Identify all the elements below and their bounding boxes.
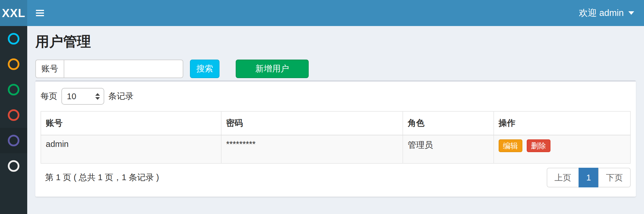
pagination-prev-button[interactable]: 上页 <box>547 168 579 187</box>
select-spinner-icon <box>95 93 100 100</box>
app-logo[interactable]: XXL <box>0 0 27 26</box>
delete-button[interactable]: 删除 <box>527 139 550 152</box>
cell-account: admin <box>41 135 221 163</box>
circle-icon <box>8 58 19 70</box>
pagination-page-1-button[interactable]: 1 <box>579 168 599 187</box>
table-footer: 第 1 页 ( 总共 1 页，1 条记录 ) 上页 1 下页 <box>41 168 631 187</box>
header-actions: 操作 <box>494 111 630 135</box>
header-role: 角色 <box>403 111 494 135</box>
circle-icon <box>8 33 19 45</box>
caret-down-icon <box>628 11 634 15</box>
sidebar-toggle-button[interactable] <box>27 0 53 26</box>
hamburger-icon <box>36 8 44 18</box>
account-label: 账号 <box>35 60 64 78</box>
page-length-row: 每页 10 条记录 <box>41 88 631 105</box>
add-user-button[interactable]: 新增用户 <box>236 60 309 78</box>
user-menu[interactable]: 欢迎 admin <box>569 0 644 26</box>
header-account: 账号 <box>41 111 221 135</box>
sidebar <box>0 26 27 214</box>
cell-role: 管理员 <box>403 135 494 163</box>
pagination-info: 第 1 页 ( 总共 1 页，1 条记录 ) <box>41 172 159 183</box>
table-header-row: 账号 密码 角色 操作 <box>41 111 630 135</box>
sidebar-item-2[interactable] <box>0 51 27 77</box>
sidebar-item-1[interactable] <box>0 26 27 51</box>
pagination-next-button[interactable]: 下页 <box>598 168 631 187</box>
circle-icon <box>8 160 19 172</box>
users-table: 账号 密码 角色 操作 admin ********* 管理员 编辑 删除 <box>41 111 631 164</box>
top-navbar: XXL 欢迎 admin <box>0 0 644 26</box>
table-panel: 每页 10 条记录 账号 密码 角色 操作 admin <box>35 80 636 197</box>
page-title: 用户管理 <box>35 34 636 49</box>
circle-icon <box>8 109 19 121</box>
sidebar-item-6[interactable] <box>0 153 27 179</box>
sidebar-item-5[interactable] <box>0 128 27 153</box>
main-content: 用户管理 账号 搜索 新增用户 每页 10 条记录 账号 密码 <box>27 26 644 214</box>
sidebar-item-4[interactable] <box>0 102 27 128</box>
sidebar-item-3[interactable] <box>0 77 27 102</box>
search-button[interactable]: 搜索 <box>190 60 219 78</box>
account-input[interactable] <box>64 60 183 78</box>
table-row: admin ********* 管理员 编辑 删除 <box>41 135 630 163</box>
welcome-label: 欢迎 admin <box>579 7 624 19</box>
header-password: 密码 <box>221 111 403 135</box>
page-size-value: 10 <box>67 92 76 101</box>
page-size-select[interactable]: 10 <box>61 88 104 105</box>
search-toolbar: 账号 搜索 新增用户 <box>35 60 636 78</box>
account-input-group: 账号 <box>35 60 167 78</box>
cell-actions: 编辑 删除 <box>494 135 630 163</box>
pagination: 上页 1 下页 <box>547 168 631 187</box>
cell-password: ********* <box>221 135 403 163</box>
length-suffix-label: 条记录 <box>108 91 133 102</box>
circle-icon <box>8 135 19 146</box>
edit-button[interactable]: 编辑 <box>499 139 522 152</box>
circle-icon <box>8 84 19 95</box>
length-prefix-label: 每页 <box>41 91 57 102</box>
